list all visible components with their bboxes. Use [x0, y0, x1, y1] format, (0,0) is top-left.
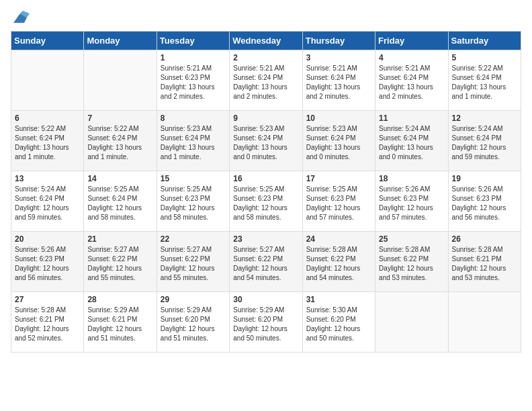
day-header-monday: Monday	[84, 32, 157, 50]
day-number: 21	[87, 234, 152, 244]
day-number: 12	[452, 113, 517, 123]
day-number: 14	[87, 174, 152, 183]
calendar-cell: 31Sunrise: 5:30 AMSunset: 6:20 PMDayligh…	[302, 292, 375, 353]
calendar-cell: 16Sunrise: 5:25 AMSunset: 6:23 PMDayligh…	[230, 171, 302, 232]
day-number: 6	[15, 113, 80, 123]
header	[11, 11, 521, 26]
day-number: 3	[306, 53, 371, 62]
day-number: 11	[379, 113, 444, 123]
day-number: 17	[306, 174, 371, 183]
day-number: 27	[15, 295, 80, 304]
day-header-tuesday: Tuesday	[157, 32, 229, 50]
day-info: Sunrise: 5:25 AMSunset: 6:24 PMDaylight:…	[87, 185, 152, 222]
calendar-cell: 19Sunrise: 5:26 AMSunset: 6:23 PMDayligh…	[448, 171, 521, 232]
day-info: Sunrise: 5:27 AMSunset: 6:22 PMDaylight:…	[233, 245, 298, 283]
day-number: 16	[233, 174, 298, 183]
day-info: Sunrise: 5:21 AMSunset: 6:23 PMDaylight:…	[161, 64, 226, 101]
day-info: Sunrise: 5:25 AMSunset: 6:23 PMDaylight:…	[161, 185, 226, 222]
day-info: Sunrise: 5:24 AMSunset: 6:24 PMDaylight:…	[379, 124, 444, 162]
day-header-thursday: Thursday	[302, 32, 375, 50]
day-info: Sunrise: 5:22 AMSunset: 6:24 PMDaylight:…	[15, 124, 80, 162]
day-info: Sunrise: 5:21 AMSunset: 6:24 PMDaylight:…	[233, 64, 298, 101]
calendar-cell: 22Sunrise: 5:27 AMSunset: 6:22 PMDayligh…	[157, 232, 229, 292]
calendar-cell: 27Sunrise: 5:28 AMSunset: 6:21 PMDayligh…	[11, 292, 84, 353]
day-info: Sunrise: 5:25 AMSunset: 6:23 PMDaylight:…	[306, 185, 371, 222]
calendar-cell: 17Sunrise: 5:25 AMSunset: 6:23 PMDayligh…	[302, 171, 375, 232]
calendar-cell: 25Sunrise: 5:28 AMSunset: 6:22 PMDayligh…	[375, 232, 448, 292]
day-info: Sunrise: 5:27 AMSunset: 6:22 PMDaylight:…	[161, 245, 226, 283]
calendar-cell: 8Sunrise: 5:23 AMSunset: 6:24 PMDaylight…	[157, 111, 229, 171]
day-number: 15	[161, 174, 226, 183]
day-number: 8	[161, 113, 226, 123]
calendar-cell	[448, 292, 521, 353]
week-row-5: 27Sunrise: 5:28 AMSunset: 6:21 PMDayligh…	[11, 292, 521, 353]
day-info: Sunrise: 5:26 AMSunset: 6:23 PMDaylight:…	[15, 245, 80, 283]
calendar-cell: 30Sunrise: 5:29 AMSunset: 6:20 PMDayligh…	[230, 292, 302, 353]
day-info: Sunrise: 5:28 AMSunset: 6:21 PMDaylight:…	[15, 306, 80, 343]
days-header-row: SundayMondayTuesdayWednesdayThursdayFrid…	[11, 32, 521, 50]
day-info: Sunrise: 5:29 AMSunset: 6:20 PMDaylight:…	[161, 306, 226, 343]
day-number: 7	[87, 113, 152, 123]
calendar-cell: 15Sunrise: 5:25 AMSunset: 6:23 PMDayligh…	[157, 171, 229, 232]
week-row-2: 6Sunrise: 5:22 AMSunset: 6:24 PMDaylight…	[11, 111, 521, 171]
day-info: Sunrise: 5:24 AMSunset: 6:24 PMDaylight:…	[452, 124, 517, 162]
day-number: 9	[233, 113, 298, 123]
day-info: Sunrise: 5:24 AMSunset: 6:24 PMDaylight:…	[15, 185, 80, 222]
day-info: Sunrise: 5:28 AMSunset: 6:22 PMDaylight:…	[306, 245, 371, 283]
day-number: 31	[306, 295, 371, 304]
day-info: Sunrise: 5:28 AMSunset: 6:22 PMDaylight:…	[379, 245, 444, 283]
calendar-cell	[11, 50, 84, 111]
calendar-cell: 28Sunrise: 5:29 AMSunset: 6:21 PMDayligh…	[84, 292, 157, 353]
week-row-3: 13Sunrise: 5:24 AMSunset: 6:24 PMDayligh…	[11, 171, 521, 232]
day-number: 26	[452, 234, 517, 244]
logo	[11, 11, 32, 26]
day-number: 30	[233, 295, 298, 304]
day-info: Sunrise: 5:25 AMSunset: 6:23 PMDaylight:…	[233, 185, 298, 222]
calendar-cell: 23Sunrise: 5:27 AMSunset: 6:22 PMDayligh…	[230, 232, 302, 292]
day-info: Sunrise: 5:23 AMSunset: 6:24 PMDaylight:…	[161, 124, 226, 162]
week-row-1: 1Sunrise: 5:21 AMSunset: 6:23 PMDaylight…	[11, 50, 521, 111]
day-info: Sunrise: 5:26 AMSunset: 6:23 PMDaylight:…	[379, 185, 444, 222]
day-info: Sunrise: 5:29 AMSunset: 6:20 PMDaylight:…	[233, 306, 298, 343]
week-row-4: 20Sunrise: 5:26 AMSunset: 6:23 PMDayligh…	[11, 232, 521, 292]
day-number: 29	[161, 295, 226, 304]
calendar-cell: 24Sunrise: 5:28 AMSunset: 6:22 PMDayligh…	[302, 232, 375, 292]
day-header-saturday: Saturday	[448, 32, 521, 50]
day-info: Sunrise: 5:22 AMSunset: 6:24 PMDaylight:…	[87, 124, 152, 162]
day-number: 10	[306, 113, 371, 123]
day-number: 1	[161, 53, 226, 62]
day-info: Sunrise: 5:21 AMSunset: 6:24 PMDaylight:…	[306, 64, 371, 101]
calendar-cell: 7Sunrise: 5:22 AMSunset: 6:24 PMDaylight…	[84, 111, 157, 171]
calendar-cell: 20Sunrise: 5:26 AMSunset: 6:23 PMDayligh…	[11, 232, 84, 292]
calendar-cell: 3Sunrise: 5:21 AMSunset: 6:24 PMDaylight…	[302, 50, 375, 111]
calendar-cell: 5Sunrise: 5:22 AMSunset: 6:24 PMDaylight…	[448, 50, 521, 111]
calendar: SundayMondayTuesdayWednesdayThursdayFrid…	[11, 31, 521, 353]
day-number: 2	[233, 53, 298, 62]
calendar-cell: 18Sunrise: 5:26 AMSunset: 6:23 PMDayligh…	[375, 171, 448, 232]
day-header-friday: Friday	[375, 32, 448, 50]
day-info: Sunrise: 5:22 AMSunset: 6:24 PMDaylight:…	[452, 64, 517, 101]
calendar-cell: 11Sunrise: 5:24 AMSunset: 6:24 PMDayligh…	[375, 111, 448, 171]
day-info: Sunrise: 5:21 AMSunset: 6:24 PMDaylight:…	[379, 64, 444, 101]
day-info: Sunrise: 5:27 AMSunset: 6:22 PMDaylight:…	[87, 245, 152, 283]
calendar-cell: 10Sunrise: 5:23 AMSunset: 6:24 PMDayligh…	[302, 111, 375, 171]
calendar-cell: 13Sunrise: 5:24 AMSunset: 6:24 PMDayligh…	[11, 171, 84, 232]
day-info: Sunrise: 5:28 AMSunset: 6:21 PMDaylight:…	[452, 245, 517, 283]
calendar-cell	[375, 292, 448, 353]
calendar-cell: 4Sunrise: 5:21 AMSunset: 6:24 PMDaylight…	[375, 50, 448, 111]
calendar-cell: 6Sunrise: 5:22 AMSunset: 6:24 PMDaylight…	[11, 111, 84, 171]
calendar-cell: 26Sunrise: 5:28 AMSunset: 6:21 PMDayligh…	[448, 232, 521, 292]
day-info: Sunrise: 5:30 AMSunset: 6:20 PMDaylight:…	[306, 306, 371, 343]
day-header-wednesday: Wednesday	[230, 32, 302, 50]
day-number: 13	[15, 174, 80, 183]
day-number: 20	[15, 234, 80, 244]
day-info: Sunrise: 5:26 AMSunset: 6:23 PMDaylight:…	[452, 185, 517, 222]
day-number: 4	[379, 53, 444, 62]
calendar-cell: 14Sunrise: 5:25 AMSunset: 6:24 PMDayligh…	[84, 171, 157, 232]
calendar-cell: 9Sunrise: 5:23 AMSunset: 6:24 PMDaylight…	[230, 111, 302, 171]
day-number: 28	[87, 295, 152, 304]
calendar-cell: 21Sunrise: 5:27 AMSunset: 6:22 PMDayligh…	[84, 232, 157, 292]
logo-icon	[11, 11, 30, 26]
day-number: 24	[306, 234, 371, 244]
day-number: 23	[233, 234, 298, 244]
